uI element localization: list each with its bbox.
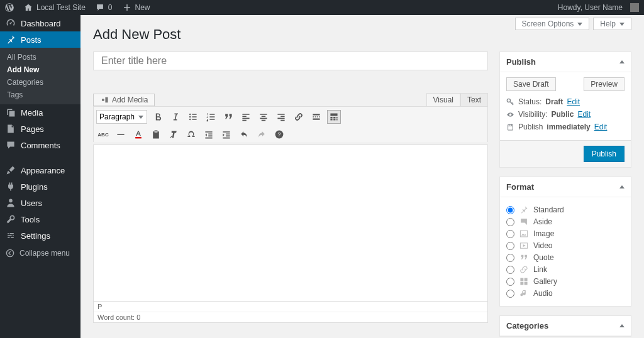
tb-bullet-list[interactable] — [186, 110, 200, 124]
submenu-all-posts[interactable]: All Posts — [0, 51, 80, 63]
collapse-menu[interactable]: Collapse menu — [0, 244, 80, 263]
menu-posts[interactable]: Posts — [0, 31, 80, 48]
menu-settings[interactable]: Settings — [0, 227, 80, 244]
publish-box-header[interactable]: Publish — [500, 52, 631, 72]
menu-plugins-label: Plugins — [21, 182, 48, 192]
publish-box: Publish Save Draft Preview Status: Draft… — [499, 52, 631, 168]
home-icon — [24, 3, 33, 12]
tb-textcolor[interactable] — [131, 128, 145, 141]
schedule-row: Publish immediately Edit — [506, 123, 625, 131]
help-label: Help — [600, 19, 616, 28]
submenu-categories[interactable]: Categories — [0, 76, 80, 89]
tb-toolbar-toggle[interactable] — [327, 110, 341, 124]
tb-blockquote[interactable] — [221, 110, 235, 124]
tb-clear[interactable] — [167, 128, 180, 141]
tb-align-right[interactable] — [274, 110, 288, 124]
format-quote[interactable]: Quote — [506, 253, 625, 262]
format-aside[interactable]: Aside — [506, 217, 625, 226]
format-link[interactable]: Link — [506, 265, 625, 274]
format-box-header[interactable]: Format — [500, 177, 631, 197]
chevron-up-icon — [619, 60, 625, 63]
tb-undo[interactable] — [237, 128, 251, 141]
categories-box-header[interactable]: Categories — [500, 316, 631, 336]
tb-indent[interactable] — [219, 128, 233, 141]
menu-comments[interactable]: Comments — [0, 137, 80, 153]
site-name-label: Local Test Site — [36, 3, 86, 12]
visibility-row: Visibility: Public Edit — [506, 110, 625, 119]
submenu-add-new[interactable]: Add New — [0, 63, 80, 76]
tb-number-list[interactable] — [204, 110, 218, 124]
help-button[interactable]: Help — [593, 18, 631, 30]
tab-text[interactable]: Text — [460, 93, 488, 106]
tb-bold[interactable] — [151, 110, 165, 124]
menu-users[interactable]: Users — [0, 195, 80, 211]
svg-point-0 — [6, 249, 13, 256]
tb-paste[interactable] — [149, 128, 163, 141]
adminbar-new[interactable]: New — [118, 0, 155, 15]
tb-strike[interactable]: ABC — [96, 128, 110, 141]
tb-readmore[interactable] — [309, 110, 323, 124]
status-edit[interactable]: Edit — [567, 97, 580, 106]
pin-icon — [519, 205, 528, 214]
screen-options-label: Screen Options — [522, 19, 574, 28]
tb-italic[interactable] — [169, 110, 182, 124]
wp-logo[interactable] — [0, 0, 19, 15]
audio-icon — [519, 289, 528, 298]
tb-link[interactable] — [292, 110, 306, 124]
svg-point-8 — [507, 99, 510, 102]
save-draft-button[interactable]: Save Draft — [506, 77, 556, 91]
status-row: Status: Draft Edit — [506, 97, 625, 106]
element-path: P — [94, 302, 487, 312]
menu-plugins[interactable]: Plugins — [0, 178, 80, 195]
svg-rect-11 — [520, 278, 523, 281]
link-icon — [519, 265, 528, 274]
users-icon — [6, 198, 16, 208]
media-icon — [6, 107, 16, 117]
format-standard[interactable]: Standard — [506, 205, 625, 214]
tb-specialchar[interactable] — [184, 128, 198, 141]
site-name[interactable]: Local Test Site — [19, 0, 91, 15]
format-select[interactable]: Paragraph — [96, 110, 147, 124]
editor-body[interactable] — [93, 144, 488, 302]
tb-align-center[interactable] — [257, 110, 270, 124]
howdy-label: Howdy, User Name — [558, 3, 623, 12]
format-video[interactable]: Video — [506, 241, 625, 250]
menu-dashboard[interactable]: Dashboard — [0, 15, 80, 31]
aside-icon — [519, 217, 528, 226]
tab-visual[interactable]: Visual — [426, 93, 460, 106]
posts-submenu: All Posts Add New Categories Tags — [0, 48, 80, 104]
video-icon — [519, 241, 528, 250]
chevron-up-icon — [619, 324, 625, 327]
settings-icon — [6, 231, 16, 241]
format-audio[interactable]: Audio — [506, 289, 625, 298]
format-gallery[interactable]: Gallery — [506, 277, 625, 286]
visibility-edit[interactable]: Edit — [577, 110, 591, 119]
howdy-user[interactable]: Howdy, User Name — [553, 0, 644, 15]
menu-media[interactable]: Media — [0, 104, 80, 121]
post-title-input[interactable] — [93, 52, 488, 70]
submenu-tags[interactable]: Tags — [0, 89, 80, 101]
menu-pages[interactable]: Pages — [0, 121, 80, 137]
menu-tools[interactable]: Tools — [0, 211, 80, 227]
tb-help[interactable]: ? — [272, 128, 286, 141]
format-image[interactable]: Image — [506, 229, 625, 238]
menu-dashboard-label: Dashboard — [21, 19, 61, 28]
menu-appearance[interactable]: Appearance — [0, 162, 80, 178]
svg-rect-5 — [135, 137, 142, 138]
adminbar-comments[interactable]: 0 — [91, 0, 118, 15]
schedule-edit[interactable]: Edit — [594, 123, 608, 131]
add-media-button[interactable]: Add Media — [93, 94, 155, 106]
publish-button[interactable]: Publish — [584, 146, 625, 162]
screen-options-button[interactable]: Screen Options — [515, 18, 590, 30]
quote-icon — [519, 253, 528, 262]
preview-button[interactable]: Preview — [584, 77, 625, 91]
tb-redo[interactable] — [255, 128, 269, 141]
tb-hr[interactable] — [114, 128, 128, 141]
collapse-menu-label: Collapse menu — [19, 249, 70, 258]
svg-rect-13 — [520, 282, 523, 285]
svg-point-3 — [189, 116, 191, 117]
tb-outdent[interactable] — [202, 128, 216, 141]
comment-icon — [96, 3, 104, 12]
tb-align-left[interactable] — [239, 110, 253, 124]
gallery-icon — [519, 277, 528, 286]
